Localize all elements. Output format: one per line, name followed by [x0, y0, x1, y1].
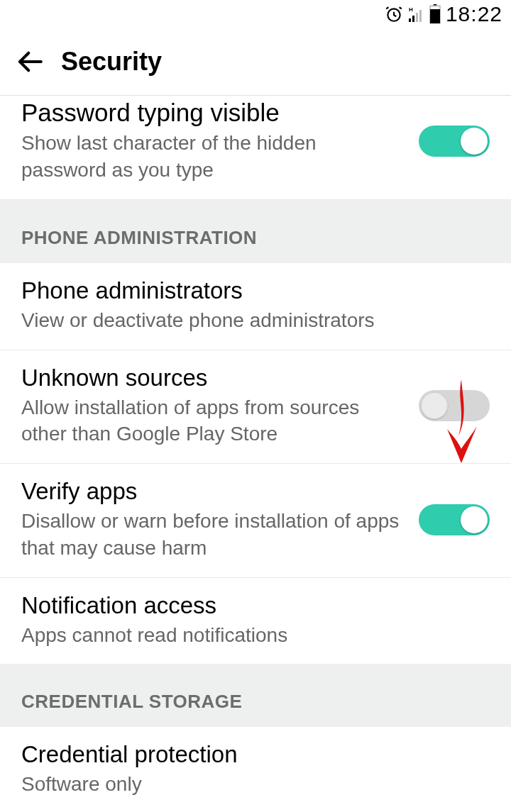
svg-text:H: H — [409, 6, 413, 13]
row-title: Unknown sources — [21, 365, 402, 391]
svg-rect-3 — [412, 16, 414, 22]
section-header-phone-admin: PHONE ADMINISTRATION — [0, 200, 511, 263]
row-title: Notification access — [21, 592, 490, 619]
status-bar: H 18:22 — [0, 0, 511, 28]
row-desc: Disallow or warn before installation of … — [21, 508, 402, 562]
svg-rect-2 — [409, 18, 411, 22]
svg-rect-4 — [416, 13, 418, 22]
app-bar: Security — [0, 28, 511, 96]
row-title: Phone administrators — [21, 277, 490, 304]
row-desc: View or deactivate phone administrators — [21, 307, 490, 334]
toggle-verify-apps[interactable] — [419, 504, 490, 535]
svg-rect-5 — [419, 10, 422, 22]
row-title: Password typing visible — [21, 99, 402, 127]
row-notification-access[interactable]: Notification access Apps cannot read not… — [0, 578, 511, 664]
row-title: Credential protection — [21, 741, 490, 768]
row-unknown-sources[interactable]: Unknown sources Allow installation of ap… — [0, 350, 511, 465]
toggle-unknown-sources[interactable] — [419, 390, 490, 421]
signal-icon: H — [407, 5, 424, 23]
row-password-typing-visible[interactable]: Password typing visible Show last charac… — [0, 96, 511, 200]
alarm-icon — [385, 5, 403, 23]
row-credential-protection[interactable]: Credential protection Software only — [0, 727, 511, 812]
toggle-password-visible[interactable] — [419, 126, 490, 157]
row-desc: Show last character of the hidden passwo… — [21, 130, 402, 184]
row-desc: Allow installation of apps from sources … — [21, 394, 402, 448]
row-desc: Software only — [21, 771, 490, 798]
back-button[interactable] — [14, 46, 45, 77]
section-header-credential-storage: CREDENTIAL STORAGE — [0, 664, 511, 727]
row-phone-administrators[interactable]: Phone administrators View or deactivate … — [0, 263, 511, 350]
status-time: 18:22 — [446, 2, 502, 26]
row-desc: Apps cannot read notifications — [21, 622, 490, 649]
battery-icon — [429, 4, 441, 24]
row-verify-apps[interactable]: Verify apps Disallow or warn before inst… — [0, 464, 511, 578]
page-title: Security — [61, 47, 162, 77]
row-title: Verify apps — [21, 478, 402, 505]
svg-rect-8 — [430, 9, 440, 23]
